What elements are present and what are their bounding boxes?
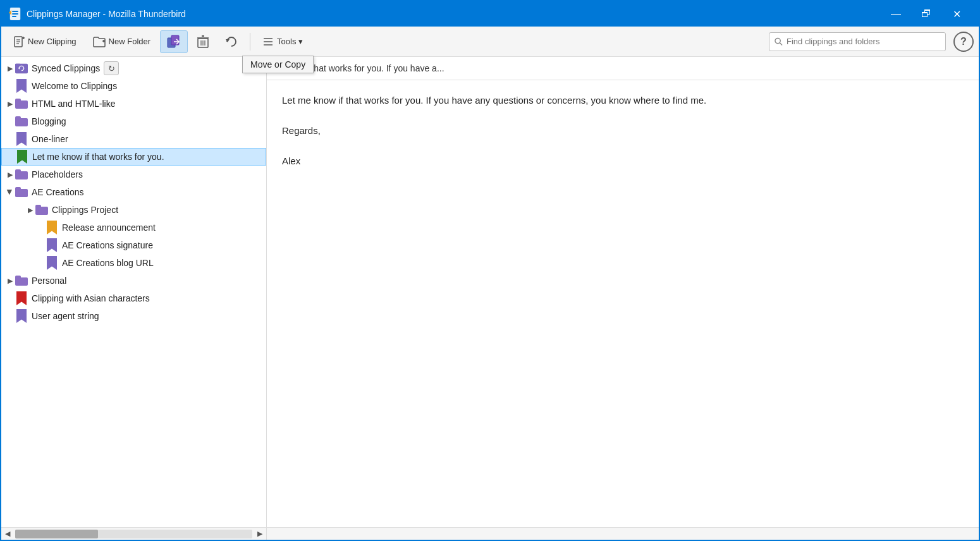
tree-item-synced[interactable]: ▶ Synced Clippings ↻ [1,59,266,77]
undo-button[interactable] [218,30,245,53]
tree-item-oneliner[interactable]: One-liner [1,130,266,148]
refresh-button[interactable]: ↻ [104,61,119,75]
main-content: ▶ Synced Clippings ↻ Wel [1,57,979,527]
tree-item-aeblog[interactable]: AE Creations blog URL [1,254,266,272]
tree-item-personal[interactable]: ▶ Personal [1,272,266,289]
tree-label-synced: Synced Clippings [32,63,100,73]
tree-label-blogging: Blogging [32,116,66,126]
tree-label-letmeknow: Let me know if that works for you. [32,152,164,162]
help-button[interactable]: ? [953,32,974,52]
new-folder-label: New Folder [109,37,150,46]
scroll-thumb[interactable] [15,530,98,538]
content-body: Let me know if that works for you. If yo… [267,80,979,527]
tree-item-welcome[interactable]: Welcome to Clippings [1,77,266,95]
tooltip-label: Move or Copy [250,59,305,70]
restore-button[interactable]: 🗗 [912,4,941,24]
tree-item-asian[interactable]: Clipping with Asian characters [1,289,266,307]
tree-label-releaseann: Release announcement [62,222,156,233]
expand-arrow-clippingsproj[interactable]: ▶ [25,205,35,215]
undo-icon [225,36,238,47]
clip-icon-aesig [46,239,58,252]
tree-label-placeholders: Placeholders [32,169,83,179]
tools-button[interactable]: Tools ▾ [255,30,310,53]
tree-label-clippingsproj: Clippings Project [52,205,118,215]
svg-rect-2 [12,11,18,12]
toolbar: New Clipping New Folder [1,27,979,57]
tree-item-placeholders[interactable]: ▶ Placeholders [1,166,266,183]
delete-icon [197,35,209,48]
close-button[interactable]: ✕ [942,4,971,24]
clip-icon-oneliner [15,133,28,145]
minimize-button[interactable]: — [881,4,910,24]
new-folder-button[interactable]: New Folder [86,30,157,53]
clip-icon-asian [15,292,28,305]
svg-marker-23 [226,39,230,42]
tree-item-clippingsproj[interactable]: ▶ Clippings Project [1,201,266,219]
content-panel: …now if that works for you. If you have … [267,57,979,527]
sidebar[interactable]: ▶ Synced Clippings ↻ Wel [1,57,267,527]
tree-label-aeblog: AE Creations blog URL [62,258,154,268]
svg-line-28 [780,42,782,45]
tree-item-aecreations[interactable]: ▶ AE Creations [1,183,266,201]
synced-folder-icon [15,62,28,75]
tree-label-aecreations: AE Creations [32,187,83,197]
clip-icon-letmeknow [16,150,28,163]
new-clipping-icon [13,36,25,47]
content-signature: Alex [282,154,964,169]
tree-label-html: HTML and HTML-like [32,99,116,109]
tree-label-useragent: User agent string [32,311,99,321]
move-copy-tooltip: Move or Copy [242,56,314,73]
delete-button[interactable] [190,30,216,53]
clip-icon-useragent [15,310,28,322]
expand-arrow-placeholders[interactable]: ▶ [5,169,15,179]
bottom-bar: ◀ ▶ [1,527,979,540]
search-input[interactable] [787,37,940,46]
svg-rect-4 [12,16,16,17]
tree-item-blogging[interactable]: Blogging [1,112,266,130]
tree-item-letmeknow[interactable]: Let me know if that works for you. [1,148,266,166]
app-icon [9,8,21,20]
tools-icon [262,37,274,47]
tree-label-oneliner: One-liner [32,134,68,144]
folder-icon-personal [15,274,28,287]
tree-item-aesig[interactable]: AE Creations signature [1,236,266,254]
expand-arrow-personal[interactable]: ▶ [5,276,15,286]
scroll-track[interactable] [15,530,252,538]
content-header: …now if that works for you. If you have … [267,57,979,80]
title-bar-left: Clippings Manager - Mozilla Thunderbird [9,8,186,20]
window-controls[interactable]: — 🗗 ✕ [881,4,971,24]
title-bar: Clippings Manager - Mozilla Thunderbird … [1,1,979,27]
folder-icon-clippingsproj [35,204,48,216]
expand-arrow-aecreations[interactable]: ▶ [5,187,15,197]
tree-item-html[interactable]: ▶ HTML and HTML-like [1,95,266,112]
content-regards: Regards, [282,123,964,138]
move-copy-button[interactable] [160,30,188,53]
window-title: Clippings Manager - Mozilla Thunderbird [27,9,186,19]
clip-icon-welcome [15,80,28,92]
content-bottom [267,528,979,540]
tree-label-aesig: AE Creations signature [62,240,153,250]
scroll-left-arrow[interactable]: ◀ [1,528,14,540]
tree-item-releaseann[interactable]: Release announcement [1,219,266,236]
new-clipping-label: New Clipping [28,37,77,46]
tree-item-useragent[interactable]: User agent string [1,307,266,325]
tree-label-asian: Clipping with Asian characters [32,293,150,303]
tree-label-personal: Personal [32,276,66,286]
folder-icon-aecreations [15,186,28,198]
tools-label: Tools ▾ [277,37,303,46]
expand-arrow-synced[interactable]: ▶ [5,63,15,73]
move-copy-icon [167,35,181,49]
new-clipping-button[interactable]: New Clipping [6,30,83,53]
folder-icon-html [15,97,28,110]
sidebar-scrollbar[interactable]: ◀ ▶ [1,528,267,540]
search-icon [775,37,783,46]
toolbar-separator [250,33,250,51]
scroll-right-arrow[interactable]: ▶ [254,528,266,540]
svg-point-27 [775,38,780,43]
svg-rect-3 [12,13,18,15]
clip-icon-aeblog [46,257,58,269]
folder-icon-placeholders [15,168,28,181]
svg-rect-30 [15,64,20,66]
search-bar[interactable] [769,32,946,51]
expand-arrow-html[interactable]: ▶ [5,99,15,109]
